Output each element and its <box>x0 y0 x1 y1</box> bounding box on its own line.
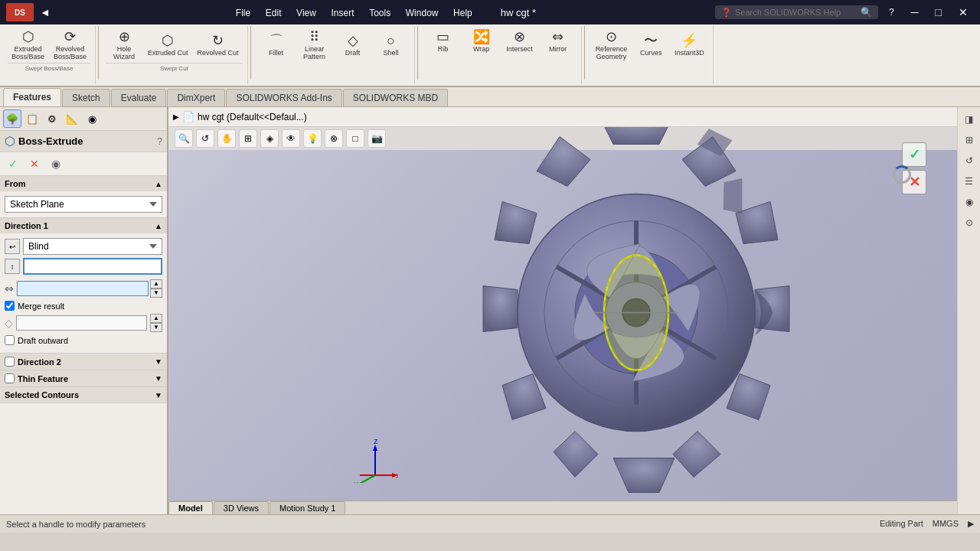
property-manager-icon[interactable]: 📋 <box>23 109 41 128</box>
units-arrow[interactable]: ▶ <box>968 519 974 529</box>
hole-wizard-button[interactable]: ⊕ Hole Wizard <box>106 28 142 63</box>
svg-text:Y: Y <box>354 481 358 483</box>
titlebar-question[interactable]: ? <box>883 5 900 19</box>
depth-up-button[interactable]: ▲ <box>150 279 162 289</box>
viewport-view-button[interactable]: □ <box>346 129 364 148</box>
tab-model[interactable]: Model <box>168 501 213 514</box>
tab-sw-mbd[interactable]: SOLIDWORKS MBD <box>343 89 448 106</box>
depth-input[interactable]: 5.00mm <box>17 281 149 296</box>
fillet-button[interactable]: ⌒ Fillet <box>258 28 295 63</box>
thin-feature-checkbox[interactable] <box>5 373 15 383</box>
right-tb-btn-2[interactable]: ⊞ <box>960 131 978 149</box>
draft-row: ◇ ▲ ▼ <box>5 314 162 332</box>
menu-edit[interactable]: Edit <box>260 6 288 20</box>
draft-outward-row: Draft outward <box>5 335 162 345</box>
direction1-dropdown[interactable]: Blind Through All Up To Next Mid Plane <box>23 238 162 255</box>
viewport-hide-show-button[interactable]: 👁 <box>282 129 300 148</box>
selected-contours-label: Selected Contours <box>5 390 79 399</box>
direction1-section: Direction 1 ▲ ↩ Blind Through All Up To … <box>0 218 167 354</box>
reference-geometry-button[interactable]: ⊙ Reference Geometry <box>592 28 632 63</box>
tab-evaluate[interactable]: Evaluate <box>111 89 167 106</box>
cancel-button[interactable]: ✕ <box>26 155 43 172</box>
draft-angle-input[interactable] <box>16 315 147 331</box>
viewport-orient-button[interactable]: ⊞ <box>239 129 257 148</box>
right-tb-btn-1[interactable]: ◨ <box>960 110 978 129</box>
document-title: hw cgt * <box>501 7 536 18</box>
draft-down-button[interactable]: ▼ <box>150 323 162 332</box>
property-panel-title: Boss-Extrude <box>18 135 154 147</box>
menu-tools[interactable]: Tools <box>363 6 397 20</box>
menu-window[interactable]: Window <box>400 6 445 20</box>
reverse-direction-button[interactable]: ↩ <box>5 239 20 254</box>
right-tb-btn-6[interactable]: ⊙ <box>960 214 978 232</box>
draft-button[interactable]: ◇ Draft <box>335 28 371 63</box>
shell-button[interactable]: ○ Shell <box>373 28 410 63</box>
viewport-rotate-button[interactable]: ↺ <box>196 129 214 148</box>
intersect-button[interactable]: ⊗ Intersect <box>501 28 538 55</box>
extruded-boss-base-button[interactable]: ⬡ ExtrudedBoss/Base <box>8 28 48 63</box>
ok-button[interactable]: ✓ <box>5 155 21 172</box>
menu-file[interactable]: File <box>230 6 256 20</box>
mirror-button[interactable]: ⇔ Mirror <box>540 28 577 55</box>
extruded-cut-button[interactable]: ⬡ Extruded Cut <box>144 28 192 63</box>
feature-tree-icon[interactable]: 🌳 <box>3 109 21 128</box>
tab-dimxpert[interactable]: DimXpert <box>167 89 225 106</box>
depth-down-button[interactable]: ▼ <box>150 289 162 298</box>
search-input[interactable] <box>735 8 858 17</box>
viewport-section-button[interactable]: ⊗ <box>325 129 343 148</box>
viewport-display-button[interactable]: ◈ <box>260 129 279 148</box>
direction1-section-header[interactable]: Direction 1 ▲ <box>0 218 167 233</box>
linear-pattern-button[interactable]: ⠿ Linear Pattern <box>296 28 333 63</box>
from-section-header[interactable]: From ▲ <box>0 176 167 191</box>
revolved-cut-button[interactable]: ↻ Revolved Cut <box>194 28 243 63</box>
help-button[interactable]: ? <box>157 136 162 147</box>
direction2-section-header[interactable]: Direction 2 ▼ <box>0 354 167 370</box>
tab-3dviews[interactable]: 3D Views <box>214 501 269 514</box>
search-icon[interactable]: 🔍 <box>861 7 872 18</box>
nav-back-button[interactable]: ◄ <box>40 6 51 18</box>
from-dropdown[interactable]: Sketch Plane Surface/Face/Plane Vertex O… <box>5 196 162 213</box>
tab-sw-addins[interactable]: SOLIDWORKS Add-Ins <box>226 89 341 106</box>
viewport-lighting-button[interactable]: 💡 <box>303 129 322 148</box>
menu-insert[interactable]: Insert <box>325 6 361 20</box>
display-manager-icon[interactable]: ◉ <box>83 109 101 128</box>
selected-contours-header[interactable]: Selected Contours ▼ <box>0 387 167 403</box>
config-manager-icon[interactable]: ⚙ <box>43 109 61 128</box>
viewport-pan-button[interactable]: ✋ <box>217 129 236 148</box>
swept-cut-label[interactable]: Swept Cut <box>160 65 188 72</box>
viewport-ok-button[interactable]: ✓ <box>902 142 926 167</box>
direction2-checkbox[interactable] <box>5 357 15 367</box>
shell-icon: ○ <box>387 34 395 47</box>
menu-view[interactable]: View <box>290 6 322 20</box>
tab-sketch[interactable]: Sketch <box>62 89 110 106</box>
preview-button[interactable]: ◉ <box>47 155 64 172</box>
right-tb-btn-5[interactable]: ◉ <box>960 193 978 211</box>
maximize-button[interactable]: □ <box>929 5 948 20</box>
rib-button[interactable]: ▭ Rib <box>425 28 462 55</box>
thin-feature-header[interactable]: Thin Feature ▼ <box>0 370 167 386</box>
swept-boss-menu[interactable]: Swept Boss/Base <box>25 65 74 72</box>
viewport-camera-button[interactable]: 📷 <box>368 129 386 148</box>
viewport-zoom-button[interactable]: 🔍 <box>175 129 193 148</box>
tree-expand-arrow[interactable]: ▶ <box>173 112 179 121</box>
wrap-button[interactable]: 🔀 Wrap <box>463 28 500 55</box>
direction-input[interactable] <box>23 258 162 275</box>
toolbar-modify-section: ⌒ Fillet ⠿ Linear Pattern ◇ Draft ○ Shel… <box>253 26 415 84</box>
direction-flip-button[interactable]: ↕ <box>5 259 20 274</box>
draft-outward-checkbox[interactable] <box>5 335 15 345</box>
right-tb-btn-3[interactable]: ↺ <box>960 152 978 170</box>
tab-features[interactable]: Features <box>3 88 61 106</box>
minimize-button[interactable]: ─ <box>905 5 925 20</box>
revolved-boss-base-button[interactable]: ⟳ Revolved Boss/Base <box>50 28 90 63</box>
menu-help[interactable]: Help <box>447 6 479 20</box>
merge-result-checkbox[interactable] <box>5 301 15 311</box>
curves-button[interactable]: 〜 Curves <box>632 28 669 63</box>
close-button[interactable]: ✕ <box>952 5 974 20</box>
tab-motion-study[interactable]: Motion Study 1 <box>270 501 345 514</box>
draft-up-button[interactable]: ▲ <box>150 314 162 323</box>
dim-xpert-icon[interactable]: 📐 <box>63 109 81 128</box>
right-tb-btn-4[interactable]: ☰ <box>960 172 978 191</box>
feature-tree-item[interactable]: hw cgt (Default<<Defaul...) <box>198 112 307 122</box>
instant3d-button[interactable]: ⚡ Instant3D <box>671 28 708 63</box>
reference-geometry-icon: ⊙ <box>606 30 617 44</box>
